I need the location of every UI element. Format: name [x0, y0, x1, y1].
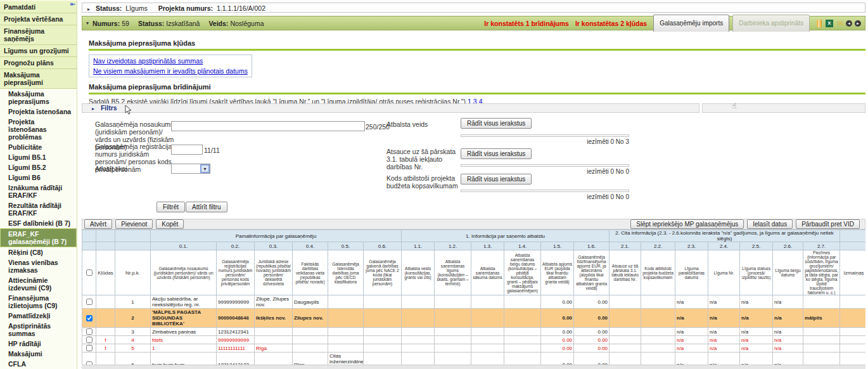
row-checkbox[interactable] [86, 299, 93, 305]
horizontal-scrollbar[interactable] [82, 365, 865, 369]
error-link-summas[interactable]: Nav izveidotas apstiprinātās summas [93, 56, 248, 66]
chevron-down-icon[interactable]: ▼ [200, 164, 210, 173]
galasanemeju-imports-button[interactable]: Galasaņēmēju imports [653, 15, 729, 32]
grid-cell [610, 295, 641, 309]
sidebar-item-finansejuma-sanemejs[interactable]: Finansējuma saņēmējs [0, 25, 77, 45]
table-row[interactable]: 2'MĀLPILS PAGASTA SIDGUNDAS BIBLIOTĒKA'9… [82, 309, 866, 328]
grid-group-header-0: Pamatinformācija par galasaņēmēju [151, 230, 402, 242]
kopet-button[interactable]: Kopēt [156, 219, 184, 229]
sidebar-item-ligums-un-grozijumi[interactable]: Līgums un grozījumi [0, 45, 77, 57]
project-number-value: 1.1.1.1/16/A/002 [217, 4, 265, 12]
grid-col-number: 2.6. [773, 242, 803, 250]
sidebar-item-pamatdati[interactable]: Pamatdati [0, 1, 77, 13]
sidebar-item-maksajuma-pieprasijumi[interactable]: Maksājuma pieprasījumi [0, 69, 77, 89]
grid-cell [402, 336, 435, 344]
nosaukums-input[interactable] [171, 121, 365, 131]
excel-export-icon[interactable]: X [826, 20, 833, 27]
parbaudit-pret-vid-button[interactable]: Pārbaudīt pret VID [796, 219, 860, 229]
multiselect-list-1[interactable] [461, 134, 629, 137]
sidebar-item-pamatlidzekli[interactable]: Pamatlīdzekļi [0, 311, 77, 321]
attirit-filtru-button[interactable]: Attīrīt filtru [186, 202, 227, 212]
sidebar-item-apstiprinatas-summas[interactable]: Apstiprinātās summas [0, 321, 77, 339]
sidebar-item-cfla-apstiprinajuma-dokumenti[interactable]: CFLA apstiprinājuma dokumenti [0, 359, 77, 369]
sidebar-item-publicitate[interactable]: Publicitāte [0, 142, 77, 152]
grid-col-header: Atsauce uz šā pārskata 3.1. tabulā iekļa… [610, 250, 641, 295]
table-row[interactable]: 3Zimbabves paniņas123124123410.000.00n/a… [82, 328, 866, 336]
sidebar-item-maksajuma-pieprasijums[interactable]: Maksājuma pieprasījums [0, 89, 77, 107]
nav-next-icon[interactable]: ► [855, 20, 861, 27]
sidebar-item-projekta-istenosana[interactable]: Projekta īstenošana [0, 107, 77, 117]
kods-atbilstosi-label: Kods atbilstoši projekta budžeta kopsavi… [386, 174, 466, 190]
sidebar-item-attiecinamie-izdevumi[interactable]: Attiecināmie izdevumi (C9) [0, 275, 77, 293]
grid-cell [803, 295, 840, 309]
grid-cell [610, 353, 641, 366]
sidebar-item-ligumi-b52[interactable]: Līgumi B5.2 [0, 162, 77, 172]
collapse-arrow-icon[interactable]: ▾ [86, 16, 89, 30]
table-row[interactable]: !5111111111111Rīga0.000.00n/an/an/an/a [82, 344, 866, 353]
sidebar-item-vienas-vienibas-izmaksas[interactable]: Vienas vienības izmaksas [0, 257, 77, 275]
table-row[interactable]: 1Akciju sabiedrība, ar neeksistējošu reg… [82, 295, 866, 309]
payment-request-header-bar[interactable]: ▾ Numurs: 59 Statuss: Izskatīšanā Veids:… [82, 16, 865, 30]
grid-cell [402, 344, 435, 353]
grid-cell [803, 328, 840, 336]
radit-visus-ierakstus-button-2[interactable]: Rādīt visus ierakstus [461, 148, 532, 159]
grid-cell [641, 344, 675, 353]
grid-cell: n/a [675, 353, 708, 366]
select-all-checkbox[interactable] [86, 269, 93, 276]
row-error-flag [96, 309, 115, 328]
table-row[interactable]: 6bum bum bum12313413123RīgaCitas inženie… [82, 353, 866, 366]
filter-expand-icon[interactable]: ▸ [92, 105, 94, 113]
select-all-cell [82, 250, 96, 295]
sidebar-item-projekta-istenosanas-problemas[interactable]: Projekta īstenošanas problēmas [0, 117, 77, 142]
darbinieka-apstiprinats-button[interactable]: Darbinieka apstiprināts [732, 15, 810, 32]
vertical-bars-icon[interactable] [817, 20, 822, 27]
sidebar-item-esf-dalibnieki[interactable]: ESF dalībnieki (B 7) [0, 218, 77, 228]
sidebar-item-prognozu-plans[interactable]: Prognožu plāns [0, 57, 77, 69]
table-row[interactable]: !4fdsfs999999999990.000.00n/an/an/an/a [82, 336, 866, 344]
sidebar-item-rezultata-raditaji[interactable]: Rezultāta rādītāji ERAF/KF [0, 200, 77, 218]
multiselect-list-2[interactable] [461, 164, 629, 167]
row-checkbox[interactable] [86, 328, 93, 335]
sidebar-item-hp-raditaji[interactable]: HP rādītāji [0, 339, 77, 349]
filtret-button[interactable]: Filtrēt [156, 202, 185, 212]
atvert-button[interactable]: Atvērt [84, 219, 112, 229]
grid-cell: 0.00 [541, 295, 574, 309]
grid-cell: Zimbabves paniņas [151, 328, 217, 336]
grid-cell [471, 309, 504, 328]
grid-cell: n/a [708, 353, 740, 366]
mail-icon[interactable]: ✉ [837, 20, 843, 27]
nav-prev-icon[interactable]: ◄ [846, 20, 852, 27]
grid-empty-cell [840, 242, 865, 250]
grid-cell: n/a [675, 336, 708, 344]
grid-cell: n/a [708, 328, 740, 336]
multiselect-list-3[interactable] [461, 190, 629, 192]
sidebar-item-ligumi-b51[interactable]: Līgumi B5.1 [0, 152, 77, 162]
sidebar-item-maksajumi[interactable]: Maksājumi [0, 349, 77, 359]
radit-visus-ierakstus-button-3[interactable]: Rādīt visus ierakstus [461, 174, 532, 184]
sidebar-item-iznakuma-raditaji[interactable]: Iznākuma rādītāji ERAF/KF [0, 183, 77, 200]
grid-col-header: Atbalsta saņemšanas beigu datums (konsul… [504, 250, 541, 295]
project-status-bar[interactable]: ▸ Statuss: Līgums Projekta numurs: 1.1.1… [82, 3, 865, 13]
sidebar-item-finansejuma-izlietojums[interactable]: Finansējuma izlietojums (C9) [0, 293, 77, 311]
sidebar-item-rekini[interactable]: Rēķini (C8) [0, 247, 77, 257]
filter-header-bar-right[interactable] [702, 103, 865, 113]
row-checkbox[interactable] [86, 345, 93, 351]
sidebar-item-projekta-vertesana[interactable]: Projekta vērtēšana [0, 13, 77, 25]
sidebar-collapse-icon[interactable]: ⇤ [70, 1, 75, 8]
radit-visus-ierakstus-button-1[interactable]: Rādīt visus ierakstus [461, 118, 532, 129]
grid-cell: n/a [773, 336, 803, 344]
sidebar-item-eraf-kf-galasanemeji[interactable]: ERAF_KF galasaņēmēji (B 7) [0, 228, 77, 247]
error-link-datums[interactable]: Ne visiem maksājumiem ir ievadīts plānot… [93, 66, 248, 76]
pievienot-button[interactable]: Pievienot [115, 219, 153, 229]
slept-ieprieksejo-button[interactable]: Slēpt iepriekšējo MP galasaņēmējus [630, 219, 744, 229]
expand-arrow-icon[interactable]: ▸ [87, 4, 90, 15]
application-window: Pamatdati Projekta vērtēšana Finansējuma… [0, 0, 868, 369]
ielasit-datus-button[interactable]: Ielasīt datus [747, 219, 793, 229]
filter-header-bar[interactable]: ▸ Filtrs [82, 103, 699, 113]
row-checkbox[interactable] [86, 315, 93, 321]
registracijas-input[interactable] [171, 145, 203, 155]
row-checkbox[interactable] [86, 337, 93, 343]
atlasit-tikai-select[interactable]: ▼ [171, 164, 210, 174]
sidebar-item-ligumi-b6[interactable]: Līgumi B6 [0, 172, 77, 183]
grid-cell: n/a [740, 353, 773, 366]
